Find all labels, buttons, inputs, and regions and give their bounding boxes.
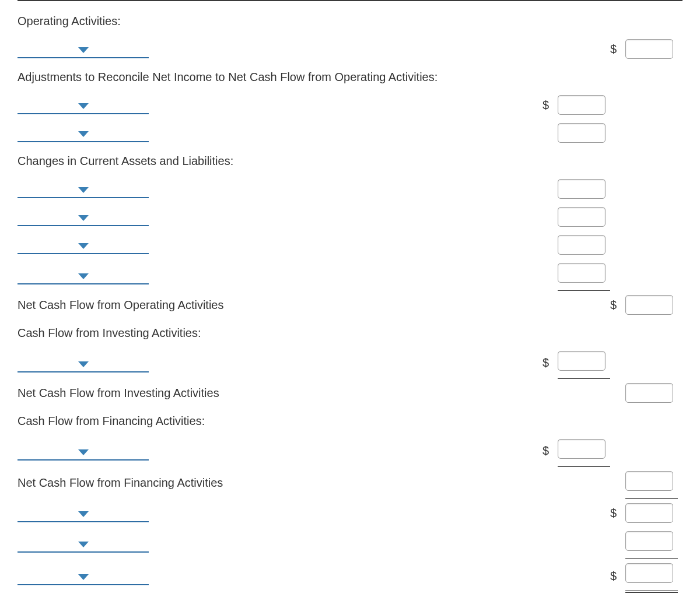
investing-label: Cash Flow from Investing Activities: xyxy=(18,325,542,341)
caret-down-icon xyxy=(78,47,89,53)
caret-down-icon xyxy=(78,243,89,249)
financing-item-dropdown[interactable] xyxy=(18,442,149,461)
subtotal-rule xyxy=(558,347,610,379)
caret-down-icon xyxy=(78,187,89,193)
adjustment-1-row: $ xyxy=(18,91,682,119)
caret-down-icon xyxy=(78,273,89,279)
change-2-dropdown[interactable] xyxy=(18,208,149,226)
caret-down-icon xyxy=(78,131,89,137)
summary-3-amount[interactable] xyxy=(625,563,673,583)
change-4-row xyxy=(18,259,682,291)
change-1-row xyxy=(18,175,682,203)
investing-item-amount[interactable] xyxy=(558,351,606,371)
net-investing-amount[interactable] xyxy=(625,383,673,403)
operating-item-amount[interactable] xyxy=(625,39,673,59)
change-3-dropdown[interactable] xyxy=(18,236,149,254)
summary-1-row: $ xyxy=(18,499,682,527)
summary-1-amount[interactable] xyxy=(625,503,673,523)
investing-header-row: Cash Flow from Investing Activities: xyxy=(18,319,682,347)
investing-item-row: $ xyxy=(18,347,682,379)
operating-item-row: $ xyxy=(18,35,682,63)
change-4-dropdown[interactable] xyxy=(18,266,149,284)
changes-header-row: Changes in Current Assets and Liabilitie… xyxy=(18,147,682,175)
subtotal-rule xyxy=(558,435,610,467)
change-4-amount[interactable] xyxy=(558,263,606,283)
summary-2-amount[interactable] xyxy=(625,531,673,551)
currency-symbol: $ xyxy=(542,91,558,119)
currency-symbol: $ xyxy=(610,499,625,527)
caret-down-icon xyxy=(78,574,89,580)
net-investing-row: Net Cash Flow from Investing Activities xyxy=(18,379,682,407)
net-operating-label: Net Cash Flow from Operating Activities xyxy=(18,297,542,313)
operating-activities-header-row: Operating Activities: xyxy=(18,7,682,35)
operating-item-dropdown[interactable] xyxy=(18,40,149,58)
net-operating-row: Net Cash Flow from Operating Activities … xyxy=(18,291,682,319)
currency-symbol: $ xyxy=(542,437,558,465)
change-2-row xyxy=(18,203,682,231)
summary-3-row: $ xyxy=(18,559,682,593)
net-financing-amount[interactable] xyxy=(625,471,673,491)
caret-down-icon xyxy=(78,215,89,221)
subtotal-rule xyxy=(625,467,678,499)
currency-symbol: $ xyxy=(542,349,558,377)
caret-down-icon xyxy=(78,449,89,455)
changes-label: Changes in Current Assets and Liabilitie… xyxy=(18,153,542,169)
change-2-amount[interactable] xyxy=(558,207,606,227)
summary-2-dropdown[interactable] xyxy=(18,534,149,553)
financing-label: Cash Flow from Financing Activities: xyxy=(18,413,542,429)
summary-3-dropdown[interactable] xyxy=(18,567,149,585)
operating-activities-label: Operating Activities: xyxy=(18,13,542,29)
change-1-amount[interactable] xyxy=(558,179,606,199)
change-1-dropdown[interactable] xyxy=(18,180,149,198)
adjustment-1-amount[interactable] xyxy=(558,95,606,115)
currency-symbol: $ xyxy=(610,291,625,319)
financing-header-row: Cash Flow from Financing Activities: xyxy=(18,407,682,435)
adjustment-2-dropdown[interactable] xyxy=(18,124,149,142)
subtotal-rule xyxy=(558,259,610,291)
adjustments-header-row: Adjustments to Reconcile Net Income to N… xyxy=(18,63,682,91)
summary-1-dropdown[interactable] xyxy=(18,504,149,522)
financing-item-amount[interactable] xyxy=(558,439,606,459)
top-rule xyxy=(18,0,682,1)
currency-symbol: $ xyxy=(610,562,625,590)
caret-down-icon xyxy=(78,511,89,517)
adjustment-1-dropdown[interactable] xyxy=(18,96,149,114)
subtotal-rule xyxy=(625,527,678,559)
net-operating-amount[interactable] xyxy=(625,295,673,315)
net-financing-label: Net Cash Flow from Financing Activities xyxy=(18,475,542,491)
caret-down-icon xyxy=(78,361,89,367)
financing-item-row: $ xyxy=(18,435,682,467)
adjustments-label: Adjustments to Reconcile Net Income to N… xyxy=(18,69,542,85)
caret-down-icon xyxy=(78,103,89,109)
summary-2-row xyxy=(18,527,682,559)
change-3-row xyxy=(18,231,682,259)
grand-total-rule xyxy=(625,559,678,593)
currency-symbol: $ xyxy=(610,35,625,63)
change-3-amount[interactable] xyxy=(558,235,606,255)
caret-down-icon xyxy=(78,542,89,547)
investing-item-dropdown[interactable] xyxy=(18,354,149,372)
adjustment-2-row xyxy=(18,119,682,147)
net-investing-label: Net Cash Flow from Investing Activities xyxy=(18,385,542,401)
net-financing-row: Net Cash Flow from Financing Activities xyxy=(18,467,682,499)
adjustment-2-amount[interactable] xyxy=(558,123,606,143)
